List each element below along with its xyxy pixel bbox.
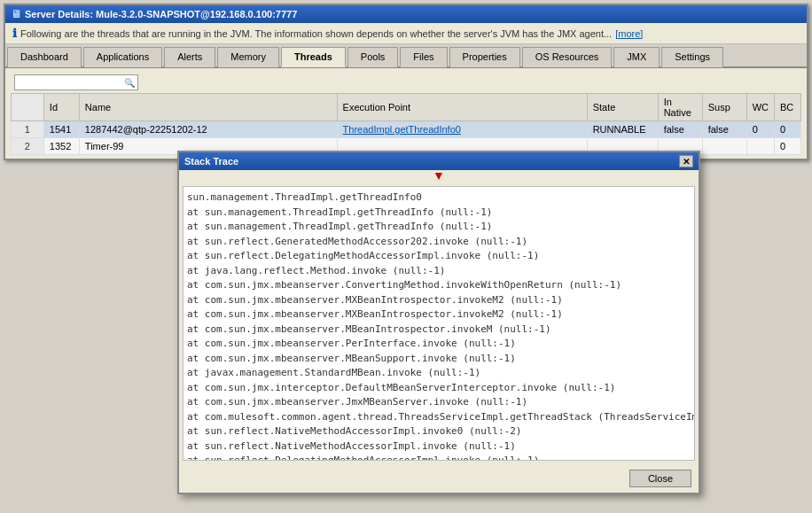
close-button[interactable]: Close [629,470,691,487]
info-icon: ℹ [12,27,17,40]
stack-trace-line: at sun.management.ThreadImpl.getThreadIn… [187,206,691,221]
table-cell: 0 [775,121,801,138]
stack-trace-line: at com.sun.jmx.mbeanserver.MBeanIntrospe… [187,323,691,338]
stack-trace-line: at com.sun.jmx.mbeanserver.MBeanSupport.… [187,352,691,367]
tab-files[interactable]: Files [400,47,447,67]
modal-close-x-button[interactable]: ✕ [679,155,693,167]
stack-trace-line: at com.sun.jmx.mbeanserver.ConvertingMet… [187,278,691,293]
col-name: Name [79,94,337,121]
tab-properties[interactable]: Properties [449,47,520,67]
info-bar: ℹ Following are the threads that are run… [5,23,807,44]
col-execution-point: Execution Point [337,94,587,121]
stack-trace-line: at sun.reflect.DelegatingMethodAccessorI… [187,249,691,264]
stack-trace-line: at sun.reflect.NativeMethodAccessorImpl.… [187,424,691,439]
table-row[interactable]: 115411287442@qtp-22251202-12ThreadImpl.g… [12,121,801,138]
modal-title-bar: Stack Trace ✕ [179,152,699,170]
tab-dashboard[interactable]: Dashboard [7,47,82,67]
table-cell: false [658,121,702,138]
main-window: 🖥 Server Details: Mule-3.2.0-SNAPSHOT@19… [4,4,808,160]
col-wc: WC [746,94,774,121]
info-message: Following are the threads that are runni… [20,28,612,39]
col-id: Id [43,94,79,121]
table-cell [746,138,774,155]
table-cell: 1287442@qtp-22251202-12 [79,121,337,138]
col-rownum [12,94,44,121]
stack-trace-line: at sun.reflect.GeneratedMethodAccessor20… [187,235,691,250]
table-cell: 0 [746,121,774,138]
stack-trace-line: at com.sun.jmx.mbeanserver.PerInterface.… [187,337,691,352]
tab-jmx[interactable]: JMX [613,47,660,67]
search-input[interactable] [14,74,138,90]
content-area: 🔍 Id Name Execution Point State In Nativ… [5,68,807,159]
col-state: State [587,94,658,121]
table-cell: 1541 [43,121,79,138]
search-icon: 🔍 [124,78,135,88]
window-title: Server Details: Mule-3.2.0-SNAPSHOT@192.… [25,9,297,19]
col-susp: Susp [702,94,746,121]
thread-table: Id Name Execution Point State In Native … [11,93,801,155]
stack-trace-line: at com.sun.jmx.mbeanserver.MXBeanIntrosp… [187,293,691,308]
modal-title: Stack Trace [184,156,238,167]
stack-trace-line: at sun.management.ThreadImpl.getThreadIn… [187,220,691,235]
table-cell: 0 [775,138,801,155]
col-bc: BC [775,94,801,121]
table-header-row: Id Name Execution Point State In Native … [12,94,801,121]
server-icon: 🖥 [11,8,21,20]
stack-trace-line: at com.sun.jmx.mbeanserver.JmxMBeanServe… [187,395,691,410]
search-bar: 🔍 [11,72,801,93]
table-cell: 1352 [43,138,79,155]
title-bar: 🖥 Server Details: Mule-3.2.0-SNAPSHOT@19… [5,5,807,23]
table-cell: 2 [12,138,44,155]
modal-footer: Close [179,464,699,493]
stack-trace-content[interactable]: sun.management.ThreadImpl.getThreadInfo0… [183,186,695,461]
tab-alerts[interactable]: Alerts [164,47,215,67]
stack-trace-line: at sun.reflect.DelegatingMethodAccessorI… [187,454,691,461]
tab-os-resources[interactable]: OS Resources [522,47,613,67]
tabs-bar: Dashboard Applications Alerts Memory Thr… [5,44,807,68]
tab-threads[interactable]: Threads [281,47,346,67]
stack-trace-line: at javax.management.StandardMBean.invoke… [187,366,691,381]
tab-applications[interactable]: Applications [83,47,162,67]
tab-memory[interactable]: Memory [217,47,279,67]
col-in-native: In Native [658,94,702,121]
stack-trace-line: at com.sun.jmx.mbeanserver.MXBeanIntrosp… [187,307,691,323]
table-cell [702,138,746,155]
tab-pools[interactable]: Pools [347,47,399,67]
table-cell: false [702,121,746,138]
stack-trace-modal: Stack Trace ✕ ▼ sun.management.ThreadImp… [177,151,700,494]
table-cell: RUNNABLE [587,121,658,138]
stack-trace-line: at java.lang.reflect.Method.invoke (null… [187,264,691,279]
stack-trace-line: at sun.reflect.NativeMethodAccessorImpl.… [187,439,691,455]
arrow-indicator: ▼ [433,168,445,183]
table-cell: 1 [12,121,44,138]
stack-trace-line: at com.mulesoft.common.agent.thread.Thre… [187,410,691,425]
more-link[interactable]: [more] [615,28,643,39]
stack-trace-line: sun.management.ThreadImpl.getThreadInfo0 [187,190,691,206]
table-cell[interactable]: ThreadImpl.getThreadInfo0 [337,121,587,138]
tab-settings[interactable]: Settings [661,47,723,67]
stack-trace-line: at com.sun.jmx.interceptor.DefaultMBeanS… [187,381,691,396]
